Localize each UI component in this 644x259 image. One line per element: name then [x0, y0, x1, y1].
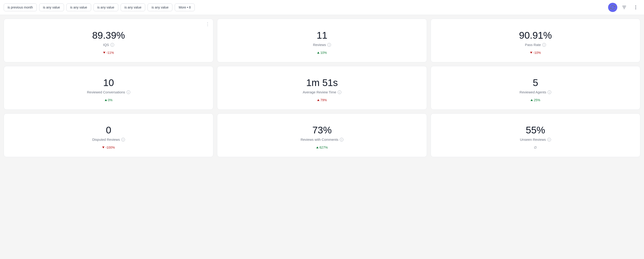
metric-value: 0 [106, 125, 111, 136]
filter-pill-4[interactable]: is any value [120, 3, 146, 11]
options-button[interactable] [631, 3, 640, 12]
metric-card-7: 73%Reviews with Commentsi 627% [217, 113, 427, 157]
info-icon[interactable]: i [548, 90, 551, 94]
metric-card-0: ⋮89.39%IQSi -11% [4, 19, 213, 62]
info-icon[interactable]: i [338, 90, 341, 94]
metric-label: Reviewed Agentsi [520, 90, 551, 94]
info-icon[interactable]: i [547, 138, 551, 141]
svg-point-5 [636, 9, 636, 9]
metric-change: 10% [317, 51, 327, 54]
options-icon [633, 5, 638, 10]
metric-value: 90.91% [519, 30, 552, 41]
metric-value: 73% [312, 125, 332, 136]
metric-value: 11 [317, 30, 328, 41]
metric-change: 79% [317, 98, 327, 102]
svg-point-4 [636, 7, 636, 7]
info-icon[interactable]: i [121, 138, 125, 141]
metric-card-5: 5Reviewed Agentsi 25% [431, 66, 640, 110]
metric-change: 627% [316, 146, 328, 149]
main-content: ⋮89.39%IQSi -11%11Reviewsi 10%90.91%Pass… [0, 15, 644, 161]
card-menu-icon[interactable]: ⋮ [205, 22, 210, 26]
filter-pill-5[interactable]: is any value [148, 3, 172, 11]
svg-point-3 [636, 6, 636, 6]
metric-label: IQSi [103, 43, 114, 47]
filter-icon [622, 5, 627, 10]
info-icon[interactable]: i [327, 43, 331, 47]
refresh-icon [610, 5, 615, 10]
metric-card-1: 11Reviewsi 10% [217, 19, 427, 62]
arrow-down-icon [530, 52, 532, 54]
metric-label: Reviews with Commentsi [300, 138, 344, 141]
metric-change: ∅ [534, 146, 537, 149]
filter-pill-0[interactable]: is previous month [4, 3, 37, 11]
metric-label: Pass Ratei [525, 43, 546, 47]
metric-change: 0% [105, 98, 112, 102]
metric-value: 55% [526, 125, 545, 136]
arrow-down-icon [102, 147, 104, 148]
metric-value: 1m 51s [306, 77, 338, 88]
info-icon[interactable]: i [340, 138, 344, 141]
metric-label: Reviewsi [313, 43, 331, 47]
filter-pill-3[interactable]: is any value [94, 3, 118, 11]
metric-change: -11% [103, 51, 114, 54]
metric-card-3: 10Reviewed Conversationsi 0% [4, 66, 213, 110]
more-filters-button[interactable]: More • 8 [175, 3, 194, 11]
metric-card-6: 0Disputed Reviewsi -100% [4, 113, 213, 157]
metric-value: 5 [533, 77, 538, 88]
metric-value: 10 [103, 77, 114, 88]
metric-change: 25% [530, 98, 540, 102]
arrow-up-icon [317, 52, 320, 54]
info-icon[interactable]: i [110, 43, 114, 47]
arrow-up-icon [316, 147, 318, 148]
filter-button[interactable] [620, 3, 629, 12]
filter-pill-1[interactable]: is any value [39, 3, 64, 11]
metric-change: -100% [102, 146, 114, 149]
metric-card-2: 90.91%Pass Ratei -10% [431, 19, 640, 62]
arrow-down-icon [103, 52, 106, 54]
metric-card-4: 1m 51sAverage Review Timei 79% [217, 66, 427, 110]
metric-label: Unseen Reviewsi [520, 138, 551, 141]
top-bar: is previous month is any value is any va… [0, 0, 644, 15]
refresh-button[interactable] [608, 3, 617, 12]
metric-label: Reviewed Conversationsi [87, 90, 130, 94]
metric-label: Average Review Timei [303, 90, 341, 94]
metric-card-8: 55%Unseen Reviewsi∅ [431, 113, 640, 157]
metric-value: 89.39% [92, 30, 125, 41]
arrow-up-red-icon [317, 99, 320, 101]
arrow-up-icon [105, 99, 107, 101]
metric-change: -10% [530, 51, 541, 54]
filter-pill-2[interactable]: is any value [66, 3, 91, 11]
info-icon[interactable]: i [542, 43, 546, 47]
metric-label: Disputed Reviewsi [92, 138, 125, 141]
info-icon[interactable]: i [126, 90, 130, 94]
arrow-up-icon [530, 99, 533, 101]
metrics-grid: ⋮89.39%IQSi -11%11Reviewsi 10%90.91%Pass… [4, 19, 640, 157]
